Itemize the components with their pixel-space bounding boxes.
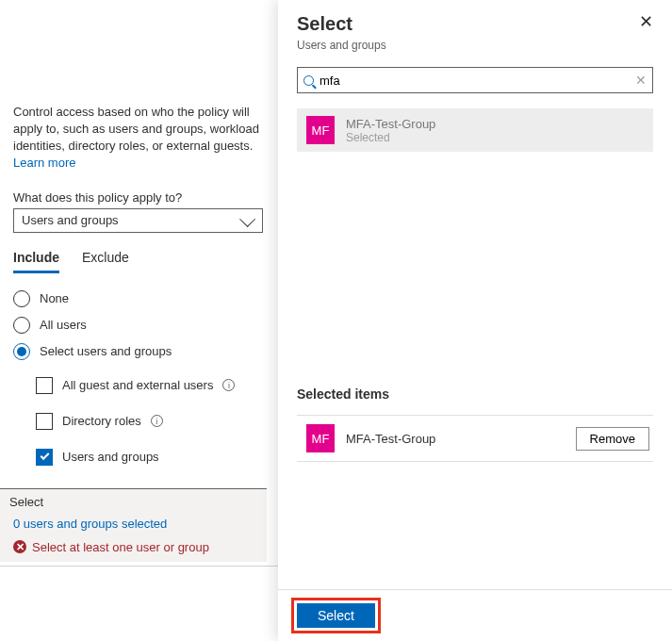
highlight: Select bbox=[291, 598, 381, 633]
check-users-groups[interactable]: Users and groups bbox=[36, 449, 265, 466]
select-button[interactable]: Select bbox=[297, 603, 375, 628]
tab-include[interactable]: Include bbox=[13, 250, 59, 273]
radio-label: None bbox=[40, 291, 69, 305]
result-name: MFA-Test-Group bbox=[346, 117, 435, 131]
select-summary: Select 0 users and groups selected ✕ Sel… bbox=[0, 488, 267, 562]
tab-exclude[interactable]: Exclude bbox=[82, 250, 129, 273]
checkbox-icon bbox=[36, 449, 53, 466]
info-icon[interactable]: i bbox=[151, 415, 163, 427]
radio-icon bbox=[13, 317, 30, 334]
checkbox-icon bbox=[36, 413, 53, 430]
search-result-item[interactable]: MF MFA-Test-Group Selected bbox=[297, 108, 653, 152]
select-flyout: Select ✕ Users and groups ✕ MF MFA-Test-… bbox=[278, 0, 672, 641]
remove-button[interactable]: Remove bbox=[576, 427, 649, 451]
checkbox-label: All guest and external users bbox=[62, 378, 213, 392]
search-icon bbox=[303, 75, 314, 86]
checkbox-label: Users and groups bbox=[62, 450, 159, 464]
search-box[interactable]: ✕ bbox=[297, 67, 653, 93]
learn-more-link[interactable]: Learn more bbox=[13, 156, 75, 170]
dropdown-value: Users and groups bbox=[22, 213, 119, 227]
checkbox-icon bbox=[36, 377, 53, 394]
selected-items-header: Selected items bbox=[297, 386, 653, 402]
avatar: MF bbox=[306, 424, 335, 452]
radio-all-users[interactable]: All users bbox=[13, 317, 265, 334]
selected-item: MF MFA-Test-Group Remove bbox=[297, 415, 653, 462]
flyout-title: Select bbox=[297, 13, 352, 35]
info-icon[interactable]: i bbox=[222, 379, 235, 391]
flyout-subtitle: Users and groups bbox=[278, 39, 672, 67]
radio-icon bbox=[13, 343, 30, 360]
check-directory-roles[interactable]: Directory roles i bbox=[36, 413, 265, 430]
search-input[interactable] bbox=[320, 74, 630, 88]
error-icon: ✕ bbox=[13, 540, 26, 553]
apply-to-dropdown[interactable]: Users and groups bbox=[13, 208, 263, 233]
selected-item-name: MFA-Test-Group bbox=[346, 432, 435, 446]
radio-label: All users bbox=[40, 318, 87, 332]
chevron-down-icon bbox=[239, 211, 255, 227]
close-icon[interactable]: ✕ bbox=[639, 13, 653, 35]
checkbox-label: Directory roles bbox=[62, 414, 141, 428]
apply-to-label: What does this policy apply to? bbox=[13, 190, 265, 205]
radio-label: Select users and groups bbox=[40, 344, 172, 358]
check-guest-users[interactable]: All guest and external users i bbox=[36, 377, 265, 394]
policy-description: Control access based on who the policy w… bbox=[13, 104, 265, 156]
radio-none[interactable]: None bbox=[13, 290, 265, 307]
result-status: Selected bbox=[346, 131, 435, 144]
selected-count-link[interactable]: 0 users and groups selected bbox=[0, 511, 267, 536]
clear-icon[interactable]: ✕ bbox=[635, 73, 647, 88]
select-error: ✕ Select at least one user or group bbox=[0, 536, 267, 560]
radio-select-users[interactable]: Select users and groups bbox=[13, 343, 265, 360]
radio-icon bbox=[13, 290, 30, 307]
select-summary-header: Select bbox=[0, 493, 267, 511]
error-text: Select at least one user or group bbox=[32, 540, 209, 554]
avatar: MF bbox=[306, 116, 335, 144]
